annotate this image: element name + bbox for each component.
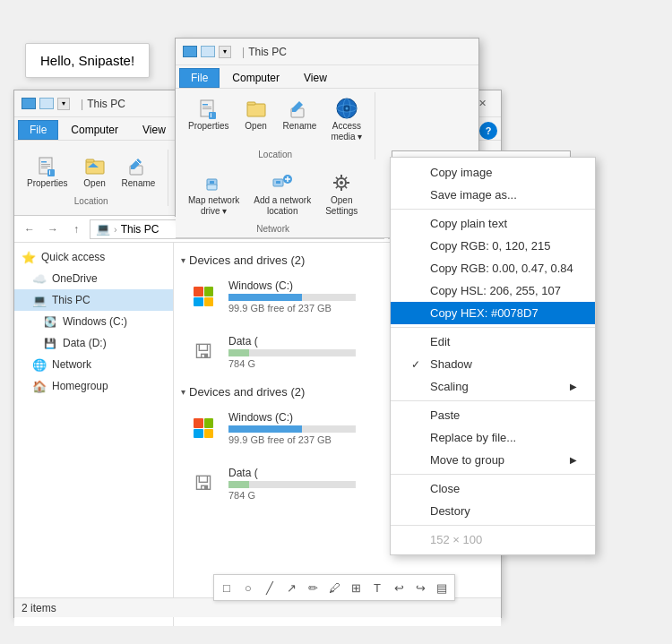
drive-data-d-bar-1 <box>228 349 356 356</box>
ctx-label-paste: Paste <box>430 408 577 422</box>
sidebar-label-windows-c: Windows (C:) <box>63 315 127 328</box>
front-btn-addloc[interactable]: Add a networklocation <box>248 167 316 220</box>
drive-windows-c-name-1: Windows (C:) <box>228 279 356 292</box>
ctx-label-close: Close <box>430 482 577 495</box>
ctx-item-copy-hsl[interactable]: Copy HSL: 206, 255, 107 <box>391 279 595 302</box>
drive-windows-c-2[interactable]: Windows (C:) 99.9 GB free of 237 GB <box>181 406 360 451</box>
front-tab-file[interactable]: File <box>179 68 220 88</box>
svg-rect-25 <box>202 104 208 106</box>
main-tab-file[interactable]: File <box>18 120 58 140</box>
drive-data-d-2[interactable]: 🖫 Data ( 784 G <box>181 461 360 506</box>
data-d-drive-icon-2: 🖫 <box>185 466 221 502</box>
drive-data-d-fill-1 <box>228 349 249 356</box>
ctx-item-copy-rgb1[interactable]: Copy RGB: 0, 120, 215 <box>391 235 595 257</box>
ctx-label-copy-rgb1: Copy RGB: 0, 120, 215 <box>430 239 577 253</box>
windows-c-drive-icon-2 <box>185 410 221 446</box>
front-tab-view[interactable]: View <box>292 68 339 88</box>
section-toggle-1[interactable]: ▾ <box>181 255 185 265</box>
svg-rect-1 <box>41 161 47 163</box>
main-help-btn[interactable]: ? <box>479 122 497 140</box>
snip-tool-ellipse[interactable]: ○ <box>237 577 259 598</box>
homegroup-icon: 🏠 <box>32 379 47 393</box>
svg-text:i: i <box>210 112 211 118</box>
front-title-sep: | <box>242 46 245 58</box>
front-btn-settings[interactable]: OpenSettings <box>320 167 363 220</box>
ctx-item-save-image[interactable]: Save image as... <box>391 184 595 206</box>
sidebar-label-onedrive: OneDrive <box>52 272 98 285</box>
ctx-item-copy-image[interactable]: Copy image <box>391 161 595 184</box>
ctx-item-scaling[interactable]: Scaling ▶ <box>391 375 595 398</box>
snip-tool-mosaic[interactable]: ⊞ <box>345 577 366 598</box>
front-open-label: Open <box>245 121 266 132</box>
section-toggle-2[interactable]: ▾ <box>181 387 185 397</box>
main-ribbon-btn-open[interactable]: Open <box>77 150 113 193</box>
ctx-item-replace-file[interactable]: Replace by file... <box>391 426 595 449</box>
address-separator: › <box>114 224 117 235</box>
main-ribbon-btn-rename[interactable]: Rename <box>116 150 161 193</box>
ctx-item-paste[interactable]: Paste <box>391 404 595 426</box>
snip-tool-arrow[interactable]: ↗ <box>280 577 302 598</box>
front-tab-computer[interactable]: Computer <box>220 68 291 88</box>
drive-data-d-1[interactable]: 🖫 Data ( 784 G <box>181 330 360 374</box>
snip-tool-rect[interactable]: □ <box>216 577 237 598</box>
front-btn-rename[interactable]: Rename <box>278 92 323 146</box>
front-map-icon <box>202 170 227 195</box>
snip-tool-line[interactable]: ╱ <box>259 577 280 598</box>
front-btn-map[interactable]: Map networkdrive ▾ <box>183 167 245 220</box>
main-tab-computer[interactable]: Computer <box>59 120 130 140</box>
snip-tool-text[interactable]: T <box>366 577 388 598</box>
ctx-check-shadow: ✓ <box>409 358 423 371</box>
main-tab-view[interactable]: View <box>131 120 177 140</box>
ctx-item-edit[interactable]: Edit <box>391 331 595 353</box>
section-name-2: Devices and drives (2) <box>189 385 305 399</box>
windows-c-icon: 💽 <box>43 314 57 329</box>
ctx-item-copy-plain[interactable]: Copy plain text <box>391 212 595 235</box>
main-sidebar: ⭐ Quick access ☁️ OneDrive 💻 This PC 💽 W… <box>14 243 174 626</box>
drive-windows-c-1[interactable]: Windows (C:) 99.9 GB free of 237 GB <box>181 274 360 319</box>
snip-tool-save[interactable]: ▤ <box>431 577 452 598</box>
ctx-label-copy-image: Copy image <box>430 166 577 179</box>
sidebar-item-network[interactable]: 🌐 Network <box>14 354 173 375</box>
ctx-label-shadow: Shadow <box>430 357 577 371</box>
front-rename-icon <box>287 96 312 121</box>
front-title-text: This PC <box>248 46 471 58</box>
ctx-item-copy-hex[interactable]: Copy HEX: #0078D7 <box>391 302 595 324</box>
front-settings-icon <box>329 170 354 195</box>
ctx-item-copy-rgb2[interactable]: Copy RGB: 0.00, 0.47, 0.84 <box>391 257 595 279</box>
svg-rect-2 <box>41 164 50 165</box>
sidebar-item-onedrive[interactable]: ☁️ OneDrive <box>14 268 173 289</box>
ctx-item-destory[interactable]: Destory <box>391 500 595 522</box>
front-btn-access[interactable]: Accessmedia ▾ <box>325 92 367 146</box>
front-btn-open[interactable]: Open <box>238 92 274 146</box>
main-title-quick[interactable]: ▾ <box>57 98 70 110</box>
front-btn-properties[interactable]: i Properties <box>183 92 235 146</box>
main-up-btn[interactable]: ↑ <box>66 219 86 239</box>
ctx-item-move-group[interactable]: Move to group ▶ <box>391 449 595 471</box>
ctx-item-close[interactable]: Close <box>391 477 595 500</box>
ctx-label-copy-plain: Copy plain text <box>430 217 577 230</box>
sidebar-item-thispc[interactable]: 💻 This PC <box>14 289 173 311</box>
snip-tool-undo[interactable]: ↩ <box>388 577 409 598</box>
sidebar-item-homegroup[interactable]: 🏠 Homegroup <box>14 375 173 397</box>
ctx-sep-5 <box>391 525 595 526</box>
sidebar-item-quick-access[interactable]: ⭐ Quick access <box>14 246 173 268</box>
svg-text:i: i <box>48 169 50 176</box>
front-title-icon-2 <box>201 46 215 57</box>
drive-windows-c-fill-2 <box>228 425 302 433</box>
front-title-quick[interactable]: ▾ <box>219 46 231 58</box>
sidebar-item-windows-c[interactable]: 💽 Windows (C:) <box>14 311 173 332</box>
front-access-icon <box>334 96 359 121</box>
sidebar-label-quick-access: Quick access <box>41 251 105 263</box>
quick-access-icon: ⭐ <box>22 250 36 264</box>
snip-tool-redo[interactable]: ↪ <box>409 577 431 598</box>
ctx-item-shadow[interactable]: ✓ Shadow <box>391 353 595 375</box>
snip-tool-pen[interactable]: ✏ <box>302 577 323 598</box>
sidebar-item-data-d[interactable]: 💾 Data (D:) <box>14 332 173 354</box>
data-d-icon: 💾 <box>43 336 57 350</box>
drive-windows-c-bar-2 <box>228 425 356 433</box>
main-ribbon-btn-properties[interactable]: i Properties <box>22 150 73 193</box>
main-forward-btn[interactable]: → <box>43 219 63 239</box>
main-back-btn[interactable]: ← <box>20 219 39 239</box>
ctx-item-dimensions: 152 × 100 <box>391 528 595 551</box>
snip-tool-marker[interactable]: 🖊 <box>323 577 345 598</box>
